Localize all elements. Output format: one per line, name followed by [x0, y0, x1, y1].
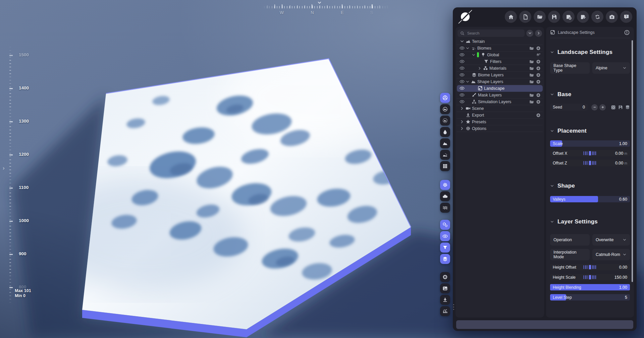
- settings-scrollbar[interactable]: [632, 40, 633, 282]
- section-base[interactable]: Base: [550, 91, 630, 98]
- tool-rocks-button[interactable]: [440, 150, 450, 160]
- valleys-slider[interactable]: Valleys 0.60: [550, 196, 630, 202]
- visibility-toggle[interactable]: [458, 59, 466, 64]
- tool-waves-button[interactable]: [440, 203, 450, 213]
- compass-ribbon[interactable]: WNES: [262, 0, 389, 17]
- base-shape-type-select[interactable]: Alpine: [592, 62, 630, 74]
- tree-item-export[interactable]: Export: [457, 112, 543, 119]
- section-placement[interactable]: Placement: [550, 128, 630, 134]
- help-button[interactable]: ?: [620, 11, 632, 23]
- tool-mountain-button[interactable]: [440, 138, 450, 148]
- tree-item-filters[interactable]: Filters: [457, 58, 543, 65]
- height-scale-scrubber[interactable]: Height Scale 150.00: [550, 274, 630, 280]
- folder-button[interactable]: [529, 66, 534, 71]
- height-blending-slider[interactable]: Height Blending 1.00: [550, 284, 630, 290]
- tool-layers-button[interactable]: [440, 254, 450, 264]
- tree-item-options[interactable]: Options: [457, 125, 543, 132]
- add-button[interactable]: [536, 73, 541, 77]
- tool-water-drop-button[interactable]: [440, 127, 450, 137]
- add-button[interactable]: [536, 113, 541, 118]
- tree-item-landscape[interactable]: Landscape: [457, 85, 543, 92]
- save-button[interactable]: [548, 11, 560, 23]
- offset-x-scrubber[interactable]: Offset X 0.00m: [550, 150, 630, 156]
- tool-sun-gear-button[interactable]: [440, 180, 450, 190]
- add-button[interactable]: [536, 46, 541, 51]
- expand-toggle[interactable]: [458, 126, 466, 131]
- tree-item-biome-layers[interactable]: Biome Layers: [457, 72, 543, 78]
- tree-item-terrain[interactable]: Terrain: [457, 38, 543, 45]
- tree-item-presets[interactable]: Presets: [457, 119, 543, 125]
- home-button[interactable]: [505, 11, 517, 23]
- tree-item-global[interactable]: Global: [457, 52, 543, 58]
- operation-select[interactable]: Overwrite: [592, 234, 630, 246]
- tree-item-biomes[interactable]: Biomes: [457, 45, 543, 52]
- visibility-toggle[interactable]: [458, 99, 466, 104]
- tool-mountain-ring-button[interactable]: [440, 116, 450, 126]
- search-input[interactable]: [467, 31, 522, 36]
- collapse-all-button[interactable]: [526, 30, 533, 37]
- save-add-button[interactable]: [562, 11, 575, 23]
- seed-decrement-button[interactable]: [591, 104, 598, 111]
- height-offset-scrubber[interactable]: Height Offset 0.00: [550, 264, 630, 270]
- randomize-seed-button[interactable]: [611, 105, 616, 110]
- new-file-button[interactable]: [519, 11, 531, 23]
- folder-button[interactable]: [529, 46, 534, 51]
- visibility-toggle[interactable]: [458, 46, 466, 51]
- save-edit-button[interactable]: [577, 11, 589, 23]
- section-layer-settings[interactable]: Layer Settings: [550, 218, 630, 225]
- save-seed-button[interactable]: [618, 105, 623, 110]
- expand-toggle[interactable]: [466, 80, 471, 84]
- left-panel-expand-arrow[interactable]: ›: [3, 165, 5, 172]
- expand-toggle[interactable]: [478, 66, 483, 70]
- visibility-toggle[interactable]: [458, 86, 466, 91]
- visibility-toggle[interactable]: [458, 92, 466, 97]
- section-landscape-settings[interactable]: Landscape Settings: [550, 49, 630, 56]
- tool-gears-button[interactable]: [440, 220, 450, 230]
- camera-button[interactable]: [606, 11, 618, 23]
- seed-library-button[interactable]: [625, 105, 630, 110]
- tool-cloud-button[interactable]: [440, 191, 450, 201]
- expand-toggle[interactable]: [458, 39, 466, 44]
- expand-toggle[interactable]: [472, 53, 477, 57]
- folder-button[interactable]: [529, 93, 534, 97]
- level-step-slider[interactable]: Level Step 5: [550, 294, 630, 300]
- expand-toggle[interactable]: [466, 46, 471, 50]
- layers-add-button[interactable]: [536, 53, 541, 57]
- add-button[interactable]: [536, 99, 541, 104]
- scale-slider[interactable]: Scale 1.00: [550, 140, 630, 147]
- seed-field[interactable]: Seed 0: [550, 104, 588, 111]
- folder-button[interactable]: [529, 73, 534, 77]
- tree-item-shape-layers[interactable]: Shape Layers: [457, 78, 543, 85]
- sync-button[interactable]: [591, 11, 603, 23]
- visibility-toggle[interactable]: [458, 52, 466, 57]
- tree-item-scene[interactable]: Scene: [457, 105, 543, 112]
- tool-download-button[interactable]: [440, 295, 450, 305]
- visibility-toggle[interactable]: [458, 79, 466, 84]
- panel-drag-handle[interactable]: [453, 304, 454, 310]
- expand-toggle[interactable]: [458, 120, 466, 124]
- settings-info-button[interactable]: [624, 29, 630, 36]
- interpolation-mode-select[interactable]: Catmull-Rom: [592, 249, 630, 260]
- folder-button[interactable]: [529, 99, 534, 104]
- tree-item-simulation-layers[interactable]: Simulation Layers: [457, 98, 543, 105]
- tree-item-materials[interactable]: Materials: [457, 65, 543, 72]
- offset-z-scrubber[interactable]: Offset Z 0.00m: [550, 160, 630, 166]
- section-shape[interactable]: Shape: [550, 183, 630, 189]
- open-folder-button[interactable]: [534, 11, 546, 23]
- tool-mountain-circle-button[interactable]: [440, 104, 450, 114]
- tree-item-mask-layers[interactable]: Mask Layers: [457, 92, 543, 98]
- expand-toggle[interactable]: [458, 106, 466, 111]
- folder-button[interactable]: [529, 79, 534, 84]
- seed-increment-button[interactable]: [599, 104, 606, 111]
- tool-chart-button[interactable]: [440, 306, 450, 316]
- tool-trefoil-button[interactable]: [440, 93, 450, 103]
- tool-grid-button[interactable]: [440, 161, 450, 171]
- expand-all-button[interactable]: [535, 30, 542, 37]
- visibility-toggle[interactable]: [458, 66, 466, 71]
- folder-button[interactable]: [529, 59, 534, 64]
- add-button[interactable]: [536, 93, 541, 97]
- add-button[interactable]: [536, 59, 541, 64]
- add-button[interactable]: [536, 79, 541, 84]
- tool-image-button[interactable]: [440, 283, 450, 293]
- add-button[interactable]: [536, 66, 541, 71]
